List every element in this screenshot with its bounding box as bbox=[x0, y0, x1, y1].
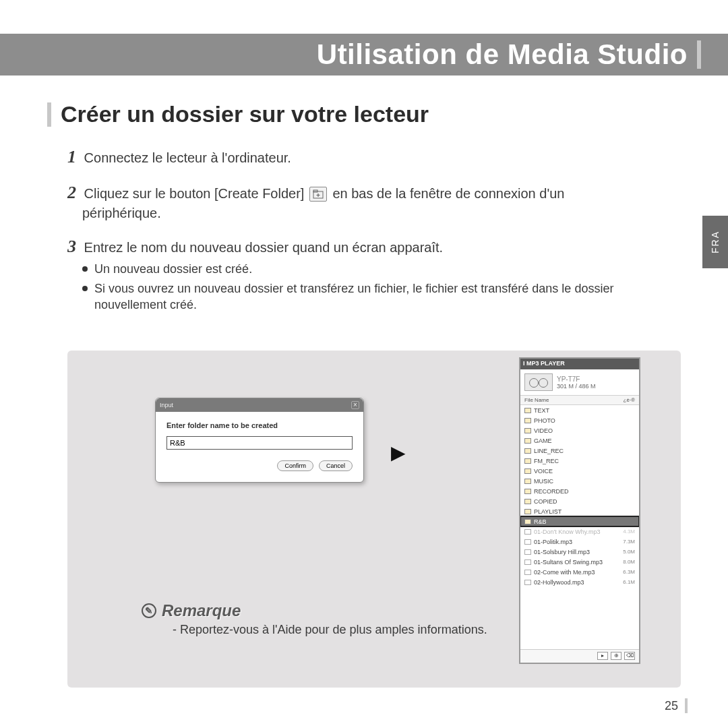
folder-icon bbox=[524, 499, 531, 504]
remarque-text: - Reportez-vous à l'Aide pour de plus am… bbox=[142, 623, 487, 637]
col-filename: File Name bbox=[524, 397, 549, 403]
section-title-text: Créer un dossier sur votre lecteur bbox=[61, 101, 429, 127]
device-name: YP-T7F bbox=[557, 375, 596, 383]
file-row[interactable]: 02-Come with Me.mp36.3M bbox=[520, 567, 639, 577]
file-icon bbox=[524, 570, 531, 575]
cancel-button[interactable]: Cancel bbox=[319, 460, 353, 471]
step-text: en bas de la fenêtre de connexion d'un bbox=[332, 185, 564, 203]
folder-icon bbox=[524, 479, 531, 484]
file-icon bbox=[524, 549, 531, 555]
folder-row[interactable]: COPIED bbox=[520, 496, 639, 506]
folder-row[interactable]: PHOTO bbox=[520, 415, 639, 425]
folder-icon bbox=[524, 448, 531, 454]
folder-icon bbox=[524, 489, 531, 494]
step-bullets: Un nouveau dossier est créé. Si vous ouv… bbox=[82, 261, 681, 313]
file-icon bbox=[524, 529, 531, 535]
pagenum-bar-decoration bbox=[685, 698, 688, 713]
step-number: 1 bbox=[67, 147, 76, 166]
language-side-tab: FRA bbox=[702, 216, 728, 268]
folder-row[interactable]: FM_REC bbox=[520, 456, 639, 466]
file-icon bbox=[524, 539, 531, 545]
step-text: Connectez le lecteur à l'ordinateur. bbox=[84, 150, 291, 165]
bullet-item: Un nouveau dossier est créé. bbox=[82, 261, 681, 277]
remarque-title: ✎ Remarque bbox=[142, 601, 487, 620]
step-number: 3 bbox=[67, 237, 76, 256]
col-size: ¿è·® bbox=[624, 397, 635, 403]
folder-row[interactable]: VIDEO bbox=[520, 425, 639, 435]
folder-row[interactable]: LINE_REC bbox=[520, 446, 639, 456]
folder-row-selected[interactable]: R&B bbox=[520, 516, 639, 526]
folder-icon bbox=[524, 428, 531, 433]
language-code: FRA bbox=[710, 231, 721, 253]
confirm-button[interactable]: Confirm bbox=[277, 460, 313, 471]
folder-row[interactable]: MUSIC bbox=[520, 476, 639, 486]
folder-row[interactable]: RECORDED bbox=[520, 486, 639, 496]
dialog-label: Enter folder name to be created bbox=[166, 421, 353, 429]
close-icon[interactable]: × bbox=[351, 401, 359, 409]
file-icon bbox=[524, 559, 531, 565]
step-3: 3 Entrez le nom du nouveau dossier quand… bbox=[67, 235, 681, 313]
device-thumbnail bbox=[524, 373, 553, 391]
dialog-title: Input bbox=[160, 402, 351, 408]
add-folder-icon[interactable]: ⊕ bbox=[611, 652, 621, 660]
folder-icon bbox=[524, 509, 531, 514]
step-text: Entrez le nom du nouveau dossier quand u… bbox=[84, 240, 444, 255]
file-row[interactable]: 02-Hollywood.mp36.1M bbox=[520, 577, 639, 587]
delete-icon[interactable]: ⌫ bbox=[624, 652, 635, 660]
file-row[interactable]: 01-Solsbury Hill.mp35.0M bbox=[520, 547, 639, 557]
step-text: Cliquez sur le bouton [Create Folder] bbox=[84, 185, 305, 203]
input-dialog: Input × Enter folder name to be created … bbox=[155, 398, 364, 483]
folder-icon bbox=[524, 418, 531, 423]
file-row[interactable]: 01-Sultans Of Swing.mp38.0M bbox=[520, 557, 639, 567]
create-folder-icon bbox=[309, 187, 327, 202]
header-bar-decoration bbox=[697, 40, 701, 69]
folder-row[interactable]: TEXT bbox=[520, 405, 639, 415]
remarque-block: ✎ Remarque - Reportez-vous à l'Aide pour… bbox=[142, 601, 487, 637]
page-number: 25 bbox=[665, 698, 688, 713]
folder-row[interactable]: PLAYLIST bbox=[520, 506, 639, 516]
folder-icon bbox=[524, 458, 531, 464]
section-bar-decoration bbox=[47, 102, 51, 127]
header-band: Utilisation de Media Studio bbox=[0, 34, 728, 75]
folder-icon bbox=[524, 408, 531, 413]
device-panel: I MP3 PLAYER YP-T7F 301 M / 486 M File N… bbox=[519, 357, 640, 664]
folder-row[interactable]: GAME bbox=[520, 435, 639, 446]
step-1: 1 Connectez le lecteur à l'ordinateur. bbox=[67, 145, 681, 169]
step-number: 2 bbox=[67, 183, 76, 202]
bullet-item: Si vous ouvrez un nouveau dossier et tra… bbox=[82, 280, 681, 313]
manual-page: Utilisation de Media Studio Créer un dos… bbox=[0, 0, 728, 728]
device-info: YP-T7F 301 M / 486 M bbox=[520, 369, 639, 396]
file-row[interactable]: 01-Politik.mp37.3M bbox=[520, 537, 639, 547]
folder-row[interactable]: VOICE bbox=[520, 466, 639, 476]
device-storage: 301 M / 486 M bbox=[557, 383, 596, 390]
folder-icon bbox=[524, 468, 531, 474]
steps-list: 1 Connectez le lecteur à l'ordinateur. 2… bbox=[67, 145, 681, 325]
folder-name-input[interactable] bbox=[166, 436, 353, 450]
note-icon: ✎ bbox=[142, 603, 156, 618]
section-heading: Créer un dossier sur votre lecteur bbox=[47, 101, 429, 127]
file-row[interactable]: 01-Don't Know Why.mp34.3M bbox=[520, 526, 639, 537]
device-header: I MP3 PLAYER bbox=[520, 359, 639, 369]
step-text-cont: périphérique. bbox=[82, 204, 681, 222]
page-title: Utilisation de Media Studio bbox=[317, 38, 688, 71]
file-list[interactable]: TEXT PHOTO VIDEO GAME LINE_REC FM_REC VO… bbox=[520, 405, 639, 587]
file-icon bbox=[524, 580, 531, 585]
folder-icon bbox=[524, 519, 531, 524]
step-2: 2 Cliquez sur le bouton [Create Folder] … bbox=[67, 181, 681, 222]
play-icon[interactable]: ▸ bbox=[597, 652, 608, 660]
arrow-icon: ▶ bbox=[391, 442, 406, 464]
column-headers: File Name ¿è·® bbox=[520, 396, 639, 405]
illustration-panel: Input × Enter folder name to be created … bbox=[67, 351, 681, 688]
dialog-titlebar: Input × bbox=[156, 398, 363, 412]
folder-icon bbox=[524, 438, 531, 444]
device-footer: ▸ ⊕ ⌫ bbox=[520, 649, 639, 663]
